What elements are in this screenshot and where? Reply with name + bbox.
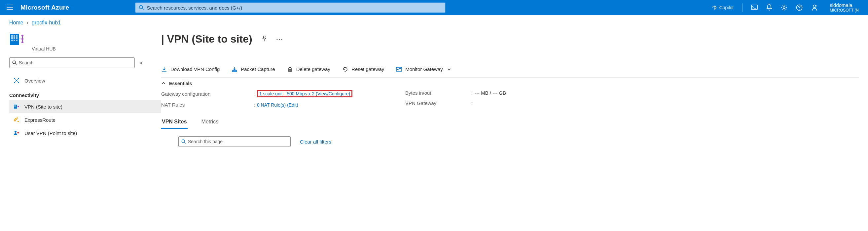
monitor-gateway-button[interactable]: Monitor Gateway <box>396 66 452 72</box>
global-search[interactable] <box>135 2 445 13</box>
svg-rect-13 <box>13 40 15 41</box>
resource-kind: Virtual HUB <box>32 46 161 52</box>
vpn-s2s-icon <box>13 103 20 110</box>
toolbar-label: Delete gateway <box>296 66 330 72</box>
cloud-shell-icon[interactable] <box>751 5 758 10</box>
svg-rect-6 <box>11 35 13 37</box>
account-menu[interactable]: siddomala MICROSOFT (N <box>826 2 859 12</box>
svg-point-38 <box>182 140 185 142</box>
settings-icon[interactable] <box>781 4 787 11</box>
svg-rect-36 <box>232 71 237 72</box>
sidebar-item-overview[interactable]: Overview <box>9 74 161 87</box>
sidebar-search[interactable] <box>9 58 135 68</box>
svg-rect-10 <box>13 37 15 39</box>
packet-capture-button[interactable]: Packet Capture <box>231 66 275 72</box>
page-title: | VPN (Site to site) <box>161 33 252 45</box>
sidebar-search-input[interactable] <box>19 60 132 65</box>
copilot-button[interactable]: Copilot <box>711 5 734 10</box>
chevron-down-icon <box>446 67 452 71</box>
command-bar: Download VPN Config Packet Capture Delet… <box>161 61 859 77</box>
svg-point-4 <box>813 5 816 8</box>
pin-icon[interactable] <box>261 35 268 43</box>
svg-rect-28 <box>16 106 16 107</box>
nat-rules-link[interactable]: 0 NAT Rule(s) (Edit) <box>257 102 298 107</box>
svg-point-0 <box>140 6 143 9</box>
user-vpn-icon <box>13 130 20 136</box>
nat-rules-label: NAT Rules <box>161 102 254 107</box>
svg-rect-9 <box>11 37 13 39</box>
toolbar-label: Reset gateway <box>351 66 384 72</box>
svg-rect-11 <box>16 37 18 39</box>
more-icon[interactable] <box>276 37 283 42</box>
table-search-input[interactable] <box>188 139 288 144</box>
svg-point-32 <box>18 132 19 134</box>
svg-rect-25 <box>14 105 15 106</box>
copilot-label: Copilot <box>719 5 734 10</box>
sidebar-item-label: ExpressRoute <box>25 117 56 123</box>
sidebar-item-user-vpn[interactable]: User VPN (Point to site) <box>9 126 161 140</box>
svg-point-29 <box>18 106 19 107</box>
svg-point-35 <box>281 39 282 40</box>
bytes-value: --- MB / --- GB <box>475 90 506 96</box>
sidebar-item-label: VPN (Site to site) <box>25 104 62 109</box>
svg-rect-7 <box>13 35 15 37</box>
svg-point-31 <box>14 131 17 133</box>
sidebar-item-vpn-s2s[interactable]: VPN (Site to site) <box>9 100 161 113</box>
gateway-config-link[interactable]: 1 scale unit - 500 Mbps x 2 (View/Config… <box>259 91 350 96</box>
reset-gateway-button[interactable]: Reset gateway <box>342 66 384 72</box>
sidebar-item-label: Overview <box>25 78 45 84</box>
svg-rect-14 <box>16 40 18 41</box>
hamburger-menu[interactable] <box>3 3 17 13</box>
svg-point-34 <box>279 39 280 40</box>
sidebar-item-label: User VPN (Point to site) <box>25 130 77 136</box>
account-org: MICROSOFT (N <box>830 8 859 13</box>
sidebar-section-connectivity: Connectivity <box>9 87 161 100</box>
account-name: siddomala <box>830 2 852 8</box>
vpn-gateway-label: VPN Gateway <box>405 100 471 106</box>
svg-rect-1 <box>751 5 757 9</box>
svg-point-33 <box>276 39 277 40</box>
expressroute-icon <box>13 117 20 123</box>
toolbar-label: Monitor Gateway <box>405 66 442 72</box>
brand-logo[interactable]: Microsoft Azure <box>21 4 69 11</box>
toolbar-label: Packet Capture <box>241 66 275 72</box>
svg-point-2 <box>783 7 785 8</box>
gateway-config-label: Gateway configuration <box>161 91 254 97</box>
essentials-toggle[interactable]: Essentials <box>161 81 859 86</box>
tab-metrics[interactable]: Metrics <box>201 117 219 129</box>
collapse-sidebar-icon[interactable]: « <box>140 60 142 66</box>
svg-rect-27 <box>14 106 15 107</box>
svg-point-15 <box>22 35 24 37</box>
table-search[interactable] <box>178 136 291 147</box>
gateway-config-highlight: 1 scale unit - 500 Mbps x 2 (View/Config… <box>257 90 352 97</box>
breadcrumb-current[interactable]: grpcfix-hub1 <box>32 20 61 26</box>
delete-gateway-button[interactable]: Delete gateway <box>287 66 330 72</box>
bytes-label: Bytes in/out <box>405 90 471 96</box>
virtual-hub-icon <box>9 31 25 47</box>
notifications-icon[interactable] <box>766 4 772 11</box>
subtabs: VPN Sites Metrics <box>161 117 859 129</box>
feedback-icon[interactable] <box>811 4 818 11</box>
svg-point-16 <box>22 38 24 40</box>
sidebar-item-expressroute[interactable]: ExpressRoute <box>9 113 161 126</box>
overview-icon <box>13 77 20 84</box>
breadcrumb-home[interactable]: Home <box>9 20 24 26</box>
svg-rect-12 <box>11 40 13 41</box>
breadcrumb-separator: › <box>27 20 28 26</box>
svg-rect-8 <box>16 35 18 37</box>
help-icon[interactable] <box>796 4 803 11</box>
clear-all-filters-link[interactable]: Clear all filters <box>300 139 331 144</box>
svg-point-17 <box>22 41 24 43</box>
download-vpn-config-button[interactable]: Download VPN Config <box>161 66 220 72</box>
topbar-divider <box>742 3 743 12</box>
breadcrumb: Home › grpcfix-hub1 <box>9 20 161 26</box>
svg-point-30 <box>18 121 19 122</box>
global-search-input[interactable] <box>147 5 442 10</box>
tab-vpn-sites[interactable]: VPN Sites <box>161 117 188 129</box>
essentials-label: Essentials <box>169 81 192 86</box>
chevron-up-icon <box>161 81 166 86</box>
svg-point-18 <box>12 61 16 64</box>
toolbar-label: Download VPN Config <box>170 66 220 72</box>
svg-rect-26 <box>16 105 16 106</box>
